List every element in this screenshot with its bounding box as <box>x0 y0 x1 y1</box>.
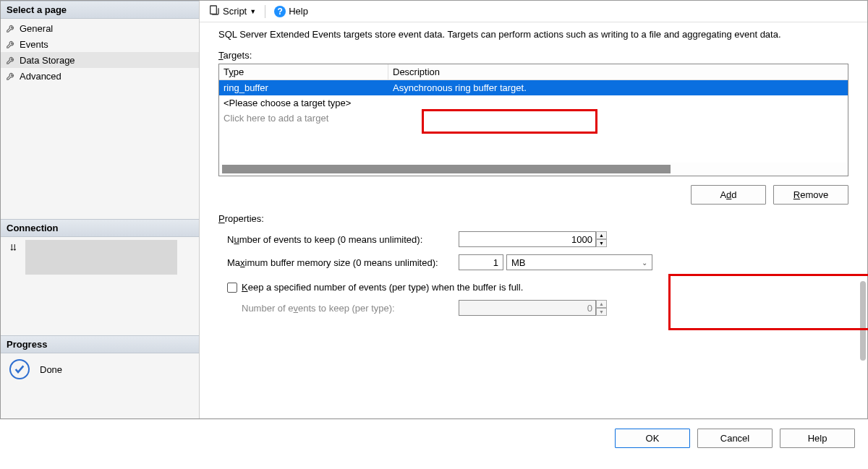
vertical-scrollbar[interactable] <box>860 281 866 361</box>
table-row[interactable]: ring_buffer Asynchronous ring buffer tar… <box>219 80 848 95</box>
main-panel: Script ▼ ? Help SQL Server Extended Even… <box>200 1 867 418</box>
cell-type: ring_buffer <box>219 80 388 95</box>
prop-mem-size: Maximum buffer memory size (0 means unli… <box>227 254 848 270</box>
mem-size-input[interactable] <box>459 254 503 270</box>
scrollbar-track <box>222 164 845 174</box>
cell-placeholder: <Please choose a target type> <box>219 95 388 111</box>
properties-label: Properties: <box>218 213 848 224</box>
num-events-label: Number of events to keep (0 means unlimi… <box>227 234 459 245</box>
cancel-button[interactable]: Cancel <box>697 429 773 448</box>
num-events-spinner: ▲ ▼ <box>459 231 607 247</box>
spin-up-icon[interactable]: ▲ <box>596 231 607 239</box>
script-label: Script <box>223 6 247 17</box>
keep-events-label: Keep a specified number of events (per t… <box>242 282 523 293</box>
horizontal-scrollbar[interactable] <box>219 163 848 176</box>
progress-block: Done <box>1 353 199 385</box>
progress-header: Progress <box>1 335 199 353</box>
script-button[interactable]: Script ▼ <box>205 3 259 20</box>
sidebar-item-general[interactable]: General <box>1 20 199 36</box>
svg-rect-1 <box>14 244 15 248</box>
add-button[interactable]: Add <box>691 185 766 205</box>
spin-down-icon: ▼ <box>596 308 607 316</box>
connection-block <box>1 237 199 277</box>
sidebar-item-label: Advanced <box>20 71 61 82</box>
cell-hint: Click here to add a target <box>219 111 388 126</box>
sidebar-item-data-storage[interactable]: Data Storage <box>1 52 199 68</box>
sidebar-item-label: Data Storage <box>20 55 75 66</box>
chevron-down-icon: ⌄ <box>642 259 647 267</box>
per-type-spinner: ▲ ▼ <box>459 300 607 316</box>
wrench-icon <box>5 22 17 34</box>
remove-button[interactable]: Remove <box>773 185 848 205</box>
spin-down-icon[interactable]: ▼ <box>596 239 607 247</box>
targets-table[interactable]: Type Description ring_buffer Asynchronou… <box>218 64 848 176</box>
script-icon <box>208 4 220 18</box>
table-body: ring_buffer Asynchronous ring buffer tar… <box>219 80 848 163</box>
num-events-input[interactable] <box>459 231 596 247</box>
separator <box>265 5 265 18</box>
prop-num-events: Number of events to keep (0 means unlimi… <box>227 231 848 247</box>
content: SQL Server Extended Events targets store… <box>200 22 867 418</box>
ok-button[interactable]: OK <box>615 429 690 448</box>
sidebar-item-events[interactable]: Events <box>1 36 199 52</box>
svg-point-2 <box>11 249 13 251</box>
cell-description: Asynchronous ring buffer target. <box>388 80 848 95</box>
progress-state: Done <box>40 364 62 375</box>
wrench-icon <box>5 38 17 50</box>
scrollbar-thumb[interactable] <box>222 165 671 173</box>
description-text: SQL Server Extended Events targets store… <box>218 28 848 41</box>
keep-events-checkbox-row: Keep a specified number of events (per t… <box>227 282 848 293</box>
help-label: Help <box>289 6 308 17</box>
mem-size-label: Maximum buffer memory size (0 means unli… <box>227 257 459 268</box>
sidebar-item-label: General <box>20 23 53 34</box>
wrench-icon <box>5 70 17 82</box>
help-button[interactable]: Help <box>780 429 855 448</box>
table-row-placeholder[interactable]: <Please choose a target type> <box>219 95 848 111</box>
keep-events-checkbox[interactable] <box>227 283 237 293</box>
svg-point-3 <box>14 249 16 251</box>
svg-rect-0 <box>12 244 12 248</box>
page-list: General Events Data Storage Advanced <box>1 19 199 85</box>
help-button[interactable]: ? Help <box>271 4 311 19</box>
wizard-window: Select a page General Events Data Storag… <box>0 0 868 419</box>
th-type: Type <box>219 64 388 80</box>
table-row-hint[interactable]: Click here to add a target <box>219 111 848 126</box>
per-type-input <box>459 300 596 316</box>
dropdown-icon: ▼ <box>250 8 256 15</box>
server-icon <box>9 243 21 254</box>
targets-label: Targets: <box>218 50 848 61</box>
targets-buttons: Add Remove <box>218 176 848 207</box>
svg-rect-4 <box>210 6 217 14</box>
select-page-header: Select a page <box>1 1 199 19</box>
help-icon: ? <box>274 6 286 17</box>
check-icon <box>9 359 30 379</box>
sidebar-item-advanced[interactable]: Advanced <box>1 68 199 84</box>
spin-up-icon: ▲ <box>596 300 607 308</box>
wrench-icon <box>5 54 17 66</box>
connection-header: Connection <box>1 219 199 237</box>
sidebar-item-label: Events <box>20 39 48 50</box>
dialog-footer: OK Cancel Help <box>0 419 868 457</box>
toolbar: Script ▼ ? Help <box>200 1 867 22</box>
per-type-label: Number of events to keep (per type): <box>242 303 459 314</box>
mem-unit-value: MB <box>511 257 526 268</box>
connection-value-redacted <box>25 240 177 275</box>
sidebar: Select a page General Events Data Storag… <box>1 1 200 418</box>
prop-per-type: Number of events to keep (per type): ▲ ▼ <box>242 300 848 316</box>
mem-unit-select[interactable]: MB ⌄ <box>506 254 652 270</box>
th-description: Description <box>388 64 848 80</box>
table-header: Type Description <box>219 64 848 80</box>
properties-section: Properties: Number of events to keep (0 … <box>218 213 848 323</box>
